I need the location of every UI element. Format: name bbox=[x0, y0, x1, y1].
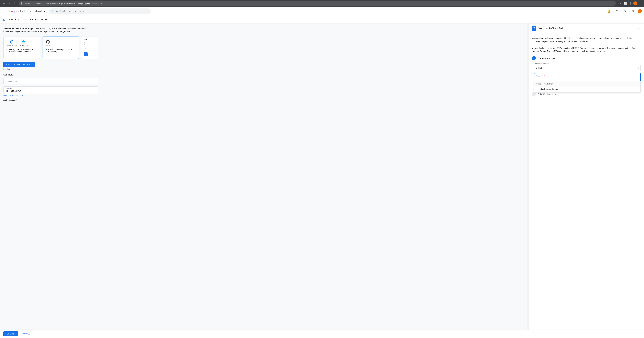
cloud-run-title: Cloud Run bbox=[8, 18, 20, 21]
user-account-button[interactable]: D bbox=[638, 9, 642, 13]
step2-number: 2 bbox=[532, 92, 536, 96]
drawer-logo bbox=[532, 26, 536, 31]
project-icon: ⬡ bbox=[29, 10, 31, 12]
source-card-existing[interactable]: Artifact Registry bbox=[4, 36, 40, 59]
source-card-repository[interactable]: GitHub Continuously deploy from a reposi… bbox=[42, 36, 79, 59]
forward-nav-button[interactable]: → bbox=[7, 1, 12, 6]
repo-provider-label: Repository Provider bbox=[534, 62, 640, 64]
page-header: ▷ Cloud Run ← Create service bbox=[0, 16, 644, 24]
radio-continuous-deploy[interactable]: Continuously deploy from a repository bbox=[45, 48, 76, 53]
repository-input[interactable] bbox=[536, 77, 639, 79]
apps-button[interactable]: ⊞ bbox=[630, 8, 636, 14]
create-button[interactable]: CREATE bbox=[4, 331, 18, 336]
page-title: Create service bbox=[30, 18, 47, 21]
top-navigation: ☰ Google Cloud ⬡ gohelloworld ▾ 🔍 🔔 ? ⚙ … bbox=[0, 7, 644, 16]
setup-section: SET UP WITH CLOUD BUILD Required bbox=[4, 62, 98, 70]
region-field: Region * us-central1 (Iowa) ▾ How to pic… bbox=[4, 86, 98, 97]
artifact-registry-label: Artifact Registry bbox=[6, 45, 17, 47]
drawer-header: Set up with Cloud Build ✕ bbox=[528, 24, 644, 33]
back-button[interactable]: ← bbox=[24, 17, 28, 22]
pricing-arrow-button[interactable]: → bbox=[84, 52, 88, 56]
cancel-button[interactable]: CANCEL bbox=[19, 331, 33, 336]
setup-cloud-build-button[interactable]: SET UP WITH CLOUD BUILD bbox=[4, 62, 35, 67]
source-card-icons-2: GitHub bbox=[45, 39, 76, 47]
radio-continuous-input[interactable] bbox=[45, 49, 47, 50]
auth-label: Authentication * bbox=[4, 99, 98, 101]
url-text: console.cloud.google.com/run/create?enab… bbox=[24, 2, 102, 4]
reload-button[interactable]: ↻ bbox=[13, 1, 18, 6]
bottom-bar: CREATE CANCEL bbox=[0, 330, 644, 338]
radio-existing-input[interactable] bbox=[6, 49, 8, 50]
external-link-icon: ↗ bbox=[22, 95, 23, 97]
step1-number: 1 bbox=[532, 56, 536, 60]
repo-provider-field: Repository Provider GitHub ▾ bbox=[534, 62, 640, 71]
project-name: gohelloworld bbox=[32, 10, 43, 12]
configure-section: Configure Region * us-central1 (Iowa) ▾ … bbox=[4, 73, 98, 101]
google-cloud-logo[interactable]: Google Cloud bbox=[9, 10, 25, 13]
drawer-close-button[interactable]: ✕ bbox=[636, 26, 640, 31]
pricing-content: Fir Fir 2 n bbox=[84, 42, 96, 50]
step1-form: Repository Provider GitHub ▾ bbox=[532, 62, 640, 88]
svg-rect-4 bbox=[23, 41, 24, 42]
configure-title: Configure bbox=[4, 73, 98, 76]
pricing-panel: Pric Fir Fir 2 n → bbox=[81, 36, 98, 59]
help-button[interactable]: ? bbox=[614, 8, 620, 14]
dropdown-icon: ▾ bbox=[44, 10, 45, 12]
cloud-logo-text: Cloud bbox=[18, 10, 25, 13]
region-value: us-central1 (Iowa) bbox=[6, 90, 96, 92]
region-link-container: How to pick a region? ↗ bbox=[4, 94, 98, 97]
step2-section: 2 Build Configuration bbox=[532, 92, 640, 96]
repo-filter-row: ≡ Filter Type to filter bbox=[534, 81, 640, 86]
user-avatar-button[interactable]: D bbox=[633, 1, 637, 5]
repo-provider-select[interactable]: GitHub bbox=[534, 65, 640, 71]
page-description: A service exposes a unique endpoint and … bbox=[4, 27, 85, 33]
left-panel: A service exposes a unique endpoint and … bbox=[0, 24, 102, 330]
drawer-description-1: With continuous deployment powered by Cl… bbox=[532, 37, 640, 43]
repo-option-item[interactable]: DenekUrich/gohelloworld bbox=[534, 86, 640, 92]
browser-menu-button[interactable]: ⋮ bbox=[638, 1, 642, 6]
main-content: A service exposes a unique endpoint and … bbox=[0, 24, 644, 330]
service-name-field bbox=[4, 78, 98, 84]
step1-title: Source repository bbox=[538, 57, 555, 59]
address-bar: 🔒 console.cloud.google.com/run/create?en… bbox=[18, 1, 616, 6]
menu-button[interactable]: ☰ bbox=[2, 8, 7, 14]
docker-hub-label: Docker Hub bbox=[20, 45, 28, 47]
search-input[interactable] bbox=[55, 10, 148, 12]
artifact-registry-icon bbox=[9, 39, 14, 44]
github-icon bbox=[45, 39, 50, 44]
svg-rect-5 bbox=[23, 40, 24, 41]
drawer-description-2: Your code should listen for HTTP request… bbox=[532, 46, 640, 53]
radio-existing-container[interactable]: Deploy one revision from an existing con… bbox=[6, 48, 37, 53]
back-nav-button[interactable]: ← bbox=[2, 1, 6, 6]
notifications-button[interactable]: 🔔 bbox=[606, 8, 612, 14]
svg-point-1 bbox=[12, 41, 12, 42]
step2-header: 2 Build Configuration bbox=[532, 92, 640, 96]
svg-point-8 bbox=[534, 28, 534, 29]
app-layout: ☰ Google Cloud ⬡ gohelloworld ▾ 🔍 🔔 ? ⚙ … bbox=[0, 7, 644, 338]
step1-section: 1 Source repository Repository Provider … bbox=[532, 56, 640, 88]
radio-continuous-label: Continuously deploy from a repository bbox=[48, 48, 76, 53]
repository-field: Repository * ≡ Filter Type to filter bbox=[534, 73, 640, 81]
settings-button[interactable]: ⚙ bbox=[622, 8, 628, 14]
bookmark-button[interactable]: ★ bbox=[618, 1, 622, 6]
docker-hub-icon-group: Docker Hub bbox=[20, 39, 28, 47]
region-help-link[interactable]: How to pick a region? ↗ bbox=[4, 95, 23, 97]
service-name-input[interactable] bbox=[4, 78, 98, 84]
repo-input-label: Repository * bbox=[536, 75, 639, 77]
source-options: Artifact Registry bbox=[4, 36, 98, 59]
auth-field: Authentication * bbox=[4, 99, 98, 101]
repo-input-wrapper: Repository * bbox=[534, 73, 640, 81]
repo-dropdown: ≡ Filter Type to filter DenekUrich/gohel… bbox=[534, 81, 640, 92]
step2-title: Build Configuration bbox=[538, 93, 556, 96]
project-selector[interactable]: ⬡ gohelloworld ▾ bbox=[27, 9, 47, 13]
cloud-run-navigation: ▷ Cloud Run bbox=[4, 18, 20, 21]
required-label: Required bbox=[4, 68, 98, 70]
cloud-run-icon: ▷ bbox=[4, 18, 6, 21]
github-label: GitHub bbox=[46, 45, 50, 47]
browser-chrome: ← → ↻ 🔒 console.cloud.google.com/run/cre… bbox=[0, 0, 644, 7]
docker-hub-icon bbox=[21, 39, 26, 44]
search-bar: 🔍 bbox=[49, 8, 151, 14]
source-card-icons-1: Artifact Registry bbox=[6, 39, 37, 47]
separator-space: | bbox=[628, 1, 633, 6]
jigsaw-button[interactable]: ⬜ bbox=[623, 1, 628, 6]
